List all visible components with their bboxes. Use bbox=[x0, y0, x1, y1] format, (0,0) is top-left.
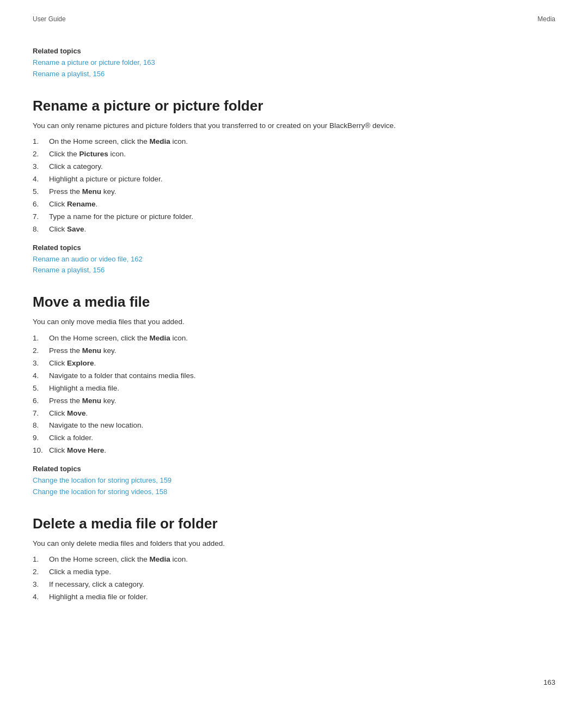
section1-step-4: 4.Highlight a picture or picture folder. bbox=[33, 173, 555, 186]
section3-step-2: 2.Click a media type. bbox=[33, 566, 555, 579]
intro-related-label: Related topics bbox=[33, 47, 555, 55]
section1-title: Rename a picture or picture folder bbox=[33, 98, 555, 114]
section1-step-2: 2.Click the Pictures icon. bbox=[33, 148, 555, 161]
section2-step-3: 3.Click Explore. bbox=[33, 357, 555, 370]
page-number: 163 bbox=[543, 678, 555, 686]
section1-intro: You can only rename pictures and picture… bbox=[33, 120, 555, 132]
header-left: User Guide bbox=[33, 15, 66, 23]
section2-step-6: 6.Press the Menu key. bbox=[33, 395, 555, 407]
section3-step-4: 4.Highlight a media file or folder. bbox=[33, 591, 555, 604]
section1-related-block: Related topics Rename an audio or video … bbox=[33, 244, 555, 277]
section2-step-9: 9.Click a folder. bbox=[33, 432, 555, 445]
intro-related-link-0[interactable]: Rename a picture or picture folder, 163 bbox=[33, 57, 555, 69]
section1-step-5: 5.Press the Menu key. bbox=[33, 186, 555, 198]
section1-related-link-1[interactable]: Rename a playlist, 156 bbox=[33, 265, 555, 276]
section3-step-3: 3.If necessary, click a category. bbox=[33, 579, 555, 591]
intro-related-link-1[interactable]: Rename a playlist, 156 bbox=[33, 69, 555, 80]
section2-step-5: 5.Highlight a media file. bbox=[33, 382, 555, 395]
section2-related-label: Related topics bbox=[33, 465, 555, 473]
section3-steps: 1.On the Home screen, click the Media ic… bbox=[33, 553, 555, 604]
section2-step-2: 2.Press the Menu key. bbox=[33, 345, 555, 357]
section1-step-7: 7.Type a name for the picture or picture… bbox=[33, 211, 555, 223]
section2-steps: 1.On the Home screen, click the Media ic… bbox=[33, 332, 555, 457]
section1-step-1: 1.On the Home screen, click the Media ic… bbox=[33, 136, 555, 148]
section1-step-3: 3.Click a category. bbox=[33, 161, 555, 173]
section1-step-8: 8.Click Save. bbox=[33, 223, 555, 236]
section2-related-link-0[interactable]: Change the location for storing pictures… bbox=[33, 475, 555, 486]
header-right: Media bbox=[537, 15, 555, 23]
section3-title: Delete a media file or folder bbox=[33, 515, 555, 532]
section2-related-link-1[interactable]: Change the location for storing videos, … bbox=[33, 486, 555, 498]
page-header: User Guide Media bbox=[0, 0, 588, 23]
section2-step-7: 7.Click Move. bbox=[33, 407, 555, 420]
section1-step-6: 6.Click Rename. bbox=[33, 198, 555, 211]
section2-step-8: 8.Navigate to the new location. bbox=[33, 419, 555, 432]
section3-intro: You can only delete media files and fold… bbox=[33, 538, 555, 550]
section1-steps: 1.On the Home screen, click the Media ic… bbox=[33, 136, 555, 236]
intro-related-block: Related topics Rename a picture or pictu… bbox=[33, 47, 555, 80]
page-content: Related topics Rename a picture or pictu… bbox=[0, 23, 588, 643]
section3-step-1: 1.On the Home screen, click the Media ic… bbox=[33, 553, 555, 566]
section1-related-label: Related topics bbox=[33, 244, 555, 252]
section2-step-10: 10.Click Move Here. bbox=[33, 445, 555, 457]
section1-related-link-0[interactable]: Rename an audio or video file, 162 bbox=[33, 254, 555, 265]
section2-step-4: 4.Navigate to a folder that contains med… bbox=[33, 370, 555, 382]
section2-title: Move a media file bbox=[33, 294, 555, 311]
section2-intro: You can only move media files that you a… bbox=[33, 316, 555, 328]
section2-related-block: Related topics Change the location for s… bbox=[33, 465, 555, 498]
section2-step-1: 1.On the Home screen, click the Media ic… bbox=[33, 332, 555, 345]
